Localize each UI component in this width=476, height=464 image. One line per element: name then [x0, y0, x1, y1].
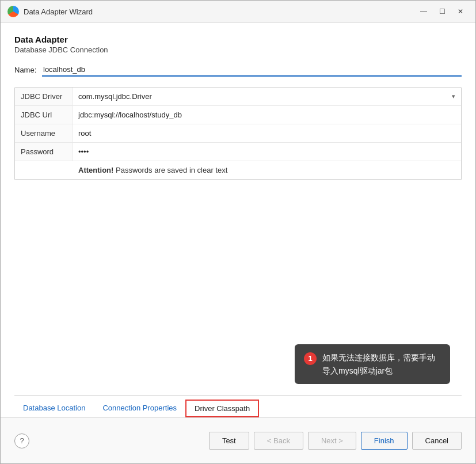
- tabs-section: Database Location Connection Properties …: [14, 395, 462, 417]
- tab-driver-classpath[interactable]: Driver Classpath: [185, 400, 259, 417]
- fields-section: JDBC Driver com.mysql.jdbc.Driver ▾ JDBC…: [14, 87, 462, 180]
- dialog-content: Data Adapter Database JDBC Connection Na…: [1, 23, 475, 417]
- name-label: Name:: [14, 66, 37, 74]
- maximize-button[interactable]: ☐: [434, 5, 450, 18]
- jdbc-url-input[interactable]: [78, 111, 455, 119]
- bottom-bar: ? Test < Back Next > Finish Cancel: [1, 417, 475, 463]
- finish-button[interactable]: Finish: [361, 432, 408, 450]
- middle-area: 1 如果无法连接数据库，需要手动导入mysql驱动jar包: [14, 189, 462, 395]
- test-button[interactable]: Test: [209, 432, 249, 450]
- title-bar: Data Adapter Wizard — ☐ ✕: [1, 1, 475, 23]
- tooltip-bubble: 1 如果无法连接数据库，需要手动导入mysql驱动jar包: [295, 344, 450, 384]
- password-label: Password: [15, 143, 73, 161]
- tooltip-number: 1: [304, 352, 317, 365]
- attention-row: Attention! Passwords are saved in clear …: [15, 161, 461, 180]
- tab-database-location[interactable]: Database Location: [14, 400, 94, 417]
- bottom-right: Test < Back Next > Finish Cancel: [209, 432, 462, 450]
- title-bar-left: Data Adapter Wizard: [7, 6, 93, 17]
- header-subtitle: Database JDBC Connection: [14, 45, 462, 54]
- tab-connection-properties[interactable]: Connection Properties: [94, 400, 185, 417]
- back-button[interactable]: < Back: [254, 432, 303, 450]
- attention-detail: Passwords are saved in clear text: [113, 166, 227, 174]
- bottom-left: ?: [14, 433, 29, 448]
- help-button[interactable]: ?: [14, 433, 29, 448]
- main-window: Data Adapter Wizard — ☐ ✕ Data Adapter D…: [0, 0, 476, 464]
- username-value: [73, 124, 461, 142]
- jdbc-url-label: JDBC Url: [15, 106, 73, 124]
- close-button[interactable]: ✕: [452, 5, 469, 18]
- cancel-button[interactable]: Cancel: [412, 432, 462, 450]
- username-row: Username: [15, 124, 461, 143]
- password-input[interactable]: [78, 147, 455, 156]
- username-input[interactable]: [78, 129, 455, 138]
- jdbc-url-row: JDBC Url: [15, 106, 461, 124]
- name-row: Name:: [14, 63, 462, 77]
- app-icon: [7, 6, 19, 17]
- chevron-down-icon[interactable]: ▾: [452, 93, 455, 100]
- attention-label: Attention!: [78, 166, 113, 174]
- jdbc-driver-value[interactable]: com.mysql.jdbc.Driver ▾: [73, 88, 461, 105]
- tooltip-text: 如果无法连接数据库，需要手动导入mysql驱动jar包: [322, 351, 441, 377]
- minimize-button[interactable]: —: [416, 5, 432, 18]
- password-value: [73, 143, 461, 161]
- window-title: Data Adapter Wizard: [24, 7, 93, 16]
- title-bar-controls: — ☐ ✕: [416, 5, 469, 18]
- jdbc-url-value: [73, 106, 461, 124]
- jdbc-driver-row: JDBC Driver com.mysql.jdbc.Driver ▾: [15, 88, 461, 106]
- jdbc-driver-label: JDBC Driver: [15, 88, 73, 105]
- jdbc-driver-text: com.mysql.jdbc.Driver: [78, 92, 152, 101]
- password-row: Password: [15, 143, 461, 161]
- username-label: Username: [15, 124, 73, 142]
- header-section: Data Adapter Database JDBC Connection: [14, 35, 462, 54]
- next-button[interactable]: Next >: [308, 432, 356, 450]
- name-input[interactable]: [42, 63, 462, 77]
- header-title: Data Adapter: [14, 35, 462, 44]
